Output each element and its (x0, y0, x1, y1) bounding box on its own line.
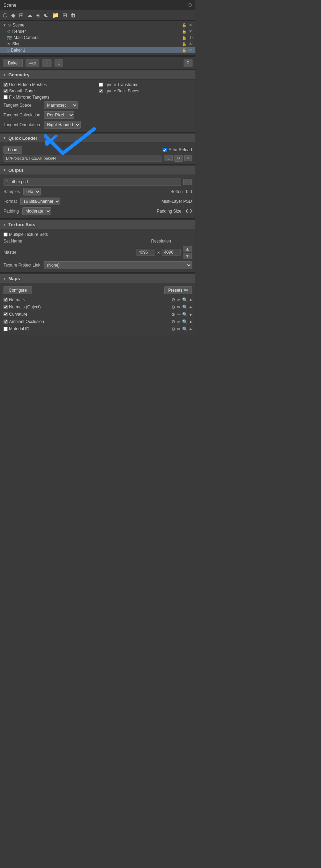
sky-icon[interactable]: ☁ (27, 12, 32, 18)
light-icon[interactable]: ◆ (11, 12, 15, 18)
ao-checkbox[interactable] (3, 320, 8, 324)
ignore-back-faces-checkbox[interactable] (99, 89, 103, 93)
format-select[interactable]: 16 Bits/Channel 8 Bits/Channel 32 Bits/C… (20, 198, 60, 205)
normals-object-label[interactable]: Normals (Object) (3, 305, 41, 309)
path-input[interactable] (3, 155, 162, 162)
tree-item-camera[interactable]: 📷 Main Camera 🔒 👁 (0, 34, 195, 41)
material-id-sphere-icon[interactable]: ● (189, 327, 192, 332)
quick-loader-section-header[interactable]: ▼ Quick Loader (0, 134, 195, 143)
ignore-transforms-checkbox[interactable] (99, 83, 103, 87)
clear-path-button[interactable]: × (184, 155, 192, 161)
curvature-label[interactable]: Curvature (3, 312, 28, 317)
shape-icon[interactable]: ◈ (36, 12, 40, 18)
normals-sphere-icon[interactable]: ● (189, 297, 192, 302)
material-id-search-icon[interactable]: 🔍 (182, 327, 188, 332)
tree-item-sky[interactable]: ☀ Sky 🔒 👁 (0, 41, 195, 47)
padding-select[interactable]: Moderate None Minimum Maximum (22, 207, 51, 215)
normals-object-edit-icon[interactable]: ✏ (177, 305, 181, 310)
load-button[interactable]: Load (3, 146, 22, 154)
bake-h-icon[interactable]: H (42, 59, 52, 67)
normals-gear-icon[interactable]: ⚙ (171, 297, 176, 302)
texture-sets-section-header[interactable]: ▼ Texture Sets (0, 220, 195, 229)
curvature-edit-icon[interactable]: ✏ (177, 312, 181, 317)
texture-project-link-select[interactable]: (None) (44, 261, 192, 269)
output-section-header[interactable]: ▼ Output (0, 166, 195, 175)
auto-reload-label[interactable]: Auto-Reload (163, 147, 192, 152)
auto-reload-checkbox[interactable] (163, 148, 167, 152)
lock-icon[interactable]: 🔒 (182, 48, 187, 53)
ellipsis-button[interactable]: ... (164, 155, 172, 161)
resolution-up-btn[interactable]: ▲ (183, 246, 192, 252)
tree-item-baker1[interactable]: □ Baker 1 🔒 👁 (0, 47, 195, 53)
smooth-cage-checkbox[interactable] (3, 89, 8, 93)
curvature-gear-icon[interactable]: ⚙ (171, 312, 176, 317)
tangent-space-select[interactable]: Marmoset MikkTSpace DirectX (44, 101, 78, 109)
use-hidden-meshes-label[interactable]: Use Hidden Meshes (3, 82, 47, 87)
eye-icon[interactable]: 👁 (189, 42, 193, 46)
configure-button[interactable]: Configure (3, 286, 32, 294)
normals-object-checkbox[interactable] (3, 305, 8, 309)
tangent-calculation-select[interactable]: Per-Pixel Per-Vertex (44, 111, 74, 119)
normals-object-search-icon[interactable]: 🔍 (182, 305, 188, 310)
normals-search-icon[interactable]: 🔍 (182, 297, 188, 302)
cube-icon[interactable]: ⬡ (3, 12, 8, 18)
resolution-width-input[interactable] (136, 249, 155, 256)
tree-item-scene[interactable]: ▼ ⊙ Scene 🔒 👁 (0, 22, 195, 28)
normals-edit-icon[interactable]: ✏ (177, 297, 181, 302)
folder-icon[interactable]: 📁 (52, 12, 59, 18)
multiple-texture-sets-label[interactable]: Multiple Texture Sets (3, 232, 48, 237)
material-id-label[interactable]: Material ID (3, 327, 29, 331)
refresh-button[interactable]: ↻ (174, 155, 183, 162)
bake-p-icon[interactable]: P (184, 59, 193, 67)
ao-search-icon[interactable]: 🔍 (182, 319, 188, 324)
lock-icon[interactable]: 🔒 (182, 23, 187, 28)
material-id-edit-icon[interactable]: ✏ (177, 327, 181, 332)
ao-label[interactable]: Ambient Occlusion (3, 319, 44, 324)
ignore-transforms-label[interactable]: Ignore Transforms (99, 82, 138, 87)
smooth-cage-label[interactable]: Smooth Cage (3, 89, 35, 93)
use-hidden-meshes-checkbox[interactable] (3, 83, 8, 87)
fix-mirrored-tangents-checkbox[interactable] (3, 95, 8, 99)
camera-icon[interactable]: ⊞ (19, 12, 23, 18)
eye-icon[interactable]: 👁 (189, 48, 193, 53)
ao-sphere-icon[interactable]: ● (189, 319, 192, 324)
bake-l-icon[interactable]: L (54, 59, 63, 67)
delete-icon[interactable]: 🗑 (70, 12, 76, 18)
output-file-row: ... (3, 177, 192, 187)
tangent-orientation-select[interactable]: Right-Handed Left-Handed (44, 121, 81, 129)
material-icon[interactable]: ☯ (44, 12, 48, 18)
normals-label[interactable]: Normals (3, 297, 25, 302)
material-id-checkbox[interactable] (3, 327, 8, 331)
lock-icon[interactable]: 🔒 (182, 42, 187, 46)
add-icon[interactable]: ⊞ (62, 12, 67, 18)
geometry-section-header[interactable]: ▼ Geometry (0, 70, 195, 79)
normals-object-sphere-icon[interactable]: ● (189, 305, 192, 310)
samples-select[interactable]: 64x 4x 16x (23, 188, 41, 195)
bake-arrow-icon[interactable]: ➡🗂 (25, 59, 39, 67)
ignore-back-faces-label[interactable]: Ignore Back Faces (99, 89, 139, 93)
material-id-gear-icon[interactable]: ⚙ (171, 327, 176, 332)
curvature-search-icon[interactable]: 🔍 (182, 312, 188, 317)
resolution-down-btn[interactable]: ▼ (183, 253, 192, 259)
presets-button[interactable]: Presets ≡▾ (164, 286, 192, 294)
maps-section-header[interactable]: ▼ Maps (0, 274, 195, 283)
lock-icon[interactable]: 🔒 (182, 29, 187, 34)
resolution-height-input[interactable] (162, 249, 181, 256)
popout-icon[interactable]: ⬡ (188, 2, 192, 8)
curvature-checkbox[interactable] (3, 312, 8, 316)
fix-mirrored-tangents-label[interactable]: Fix Mirrored Tangents (3, 95, 50, 100)
eye-icon[interactable]: 👁 (189, 23, 193, 28)
ao-gear-icon[interactable]: ⚙ (171, 319, 176, 324)
tree-item-render[interactable]: ⚙ Render 🔒 👁 (0, 28, 195, 34)
eye-icon[interactable]: 👁 (189, 36, 193, 40)
bake-button[interactable]: Bake (3, 59, 23, 67)
normals-checkbox[interactable] (3, 298, 8, 302)
ao-edit-icon[interactable]: ✏ (177, 319, 181, 324)
curvature-sphere-icon[interactable]: ● (189, 312, 192, 317)
output-file-btn[interactable]: ... (183, 179, 192, 185)
output-file-input[interactable] (3, 178, 181, 186)
normals-object-gear-icon[interactable]: ⚙ (171, 305, 176, 310)
lock-icon[interactable]: 🔒 (182, 36, 187, 40)
eye-icon[interactable]: 👁 (189, 29, 193, 34)
multiple-texture-sets-checkbox[interactable] (3, 232, 8, 237)
